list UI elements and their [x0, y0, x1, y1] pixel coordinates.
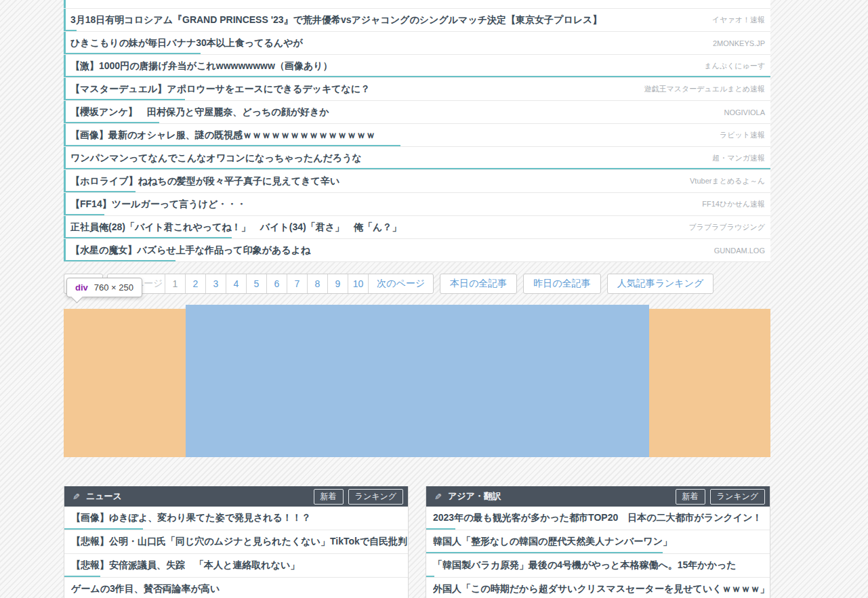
article-title: 「韓国製バラカ原発」最後の4号機がやっと本格稼働へ。15年かかった: [433, 559, 770, 572]
list-item[interactable]: 【水星の魔女】バズらせ上手な作品って印象があるよね GUNDAM.LOG: [64, 239, 770, 262]
list-item-partial[interactable]: [64, 0, 770, 9]
pagination-page-10[interactable]: 10: [348, 274, 369, 293]
pagination-page-8[interactable]: 8: [308, 274, 328, 293]
pencil-icon: ✎: [434, 492, 442, 502]
article-title: 3月18日有明コロシアム『GRAND PRINCESS '23』で荒井優希vsア…: [70, 14, 705, 26]
underline-accent: [64, 214, 104, 215]
devtools-size-tooltip: div 760 × 250: [66, 278, 142, 297]
yesterdays-all-articles-button[interactable]: 昨日の全記事: [523, 274, 600, 294]
teal-accent-bar: [64, 147, 66, 169]
list-item[interactable]: 2023年の最も観光客が多かった都市TOP20 日本の二大都市がランクイン！: [426, 507, 770, 530]
list-item[interactable]: 【悲報】公明・山口氏「同じ穴のムジナと見られたくない」TikTokで自民批判: [64, 530, 408, 554]
list-item[interactable]: 【櫻坂アンケ】 田村保乃と守屋麗奈、どっちの顔が好きか NOGIVIOLA: [64, 101, 770, 124]
list-item[interactable]: 【悲報】安倍派議員、失踪 「本人と連絡取れない」: [64, 554, 408, 578]
section-title: アジア・翻訳: [448, 490, 501, 503]
list-item[interactable]: 正社員俺(28)「バイト君これやってね！」 バイト(34)「君さ」 俺「ん？」 …: [64, 216, 770, 239]
teal-accent-bar: [64, 101, 66, 123]
teal-accent-bar: [64, 239, 66, 261]
news-section: ✎ ニュース 新着 ランキング 【画像】ゆきぽよ、変わり果てた姿で発見される！！…: [64, 486, 409, 598]
new-arrivals-button[interactable]: 新着: [676, 489, 705, 505]
teal-accent-bar: [64, 78, 66, 100]
article-source: GUNDAM.LOG: [707, 247, 770, 255]
underline-accent: [64, 122, 159, 123]
list-item[interactable]: 3月18日有明コロシアム『GRAND PRINCESS '23』で荒井優希vsア…: [64, 9, 770, 32]
article-title: ワンパンマンってなんでこんなオワコンになっちゃったんだろうな: [70, 152, 705, 165]
pagination-page-1[interactable]: 1: [165, 274, 186, 293]
article-title: 【水星の魔女】バズらせ上手な作品って印象があるよね: [70, 244, 707, 257]
article-source: 超・マンガ速報: [705, 153, 770, 163]
ranking-button[interactable]: ランキング: [348, 489, 403, 505]
list-item[interactable]: 【ホロライブ】ねねちの髪型が段々平子真子に見えてきて辛い Vtuberまとめるよ…: [64, 170, 770, 193]
underline-accent: [64, 168, 770, 169]
list-item[interactable]: 【マスターデュエル】アポロウーサをエースにできるデッキてなに？ 遊戯王マスターデ…: [64, 78, 770, 101]
list-item[interactable]: 外国人「この時期だから超ダサいクリスマスセーターを見せていくｗｗｗｗ」: [426, 578, 770, 598]
article-title: 【櫻坂アンケ】 田村保乃と守屋麗奈、どっちの顔が好きか: [70, 106, 717, 119]
pagination-page-6[interactable]: 6: [267, 274, 287, 293]
article-title: ゲームの3作目、賛否両論率が高い: [71, 583, 408, 595]
list-item[interactable]: ゲームの3作目、賛否両論率が高い: [64, 578, 408, 598]
list-item[interactable]: 【FF14】ツールガーって言うけど・・・ FF14ひかせん速報: [64, 193, 770, 216]
teal-accent-bar: [64, 193, 66, 215]
article-title: ひきこもりの妹が毎日バナナ30本以上食ってるんやが: [70, 37, 706, 49]
article-source: まんぷくにゅーす: [697, 61, 770, 71]
article-source: ラビット速報: [713, 130, 770, 140]
teal-accent-bar: [64, 32, 66, 54]
asia-translation-section: ✎ アジア・翻訳 新着 ランキング 2023年の最も観光客が多かった都市TOP2…: [426, 486, 770, 598]
underline-accent: [64, 528, 143, 530]
section-title: ニュース: [86, 490, 122, 503]
article-title: 【マスターデュエル】アポロウーサをエースにできるデッキてなに？: [70, 83, 637, 95]
article-list: 3月18日有明コロシアム『GRAND PRINCESS '23』で荒井優希vsア…: [64, 0, 770, 262]
article-source: イヤァオ！速報: [705, 15, 770, 25]
article-title: 正社員俺(28)「バイト君これやってね！」 バイト(34)「君さ」 俺「ん？」: [70, 221, 682, 234]
article-title: 【悲報】安倍派議員、失踪 「本人と連絡取れない」: [71, 559, 408, 572]
asia-translation-section-header: ✎ アジア・翻訳 新着 ランキング: [426, 486, 770, 507]
underline-accent: [426, 576, 434, 577]
pagination-bar: «前のページ 1 2 3 4 5 6 7 8 9 10 次のページ 本日の全記事…: [64, 274, 714, 294]
article-title: 【激】1000円の唐揚げ弁当がこれwwwwwwww（画像あり）: [70, 60, 697, 72]
list-item[interactable]: 【画像】最新のオシャレ服、謎の既視感ｗｗｗｗｗｗｗｗｗｗｗｗｗｗ ラビット速報: [64, 124, 770, 147]
article-source: Vtuberまとめるよ～ん: [683, 176, 770, 186]
new-arrivals-button[interactable]: 新着: [314, 489, 344, 505]
pagination-page-2[interactable]: 2: [186, 274, 206, 293]
pagination-page-4[interactable]: 4: [226, 274, 247, 293]
article-source: 遊戯王マスターデュエルまとめ速報: [637, 84, 770, 94]
article-title: 外国人「この時期だから超ダサいクリスマスセーターを見せていくｗｗｗｗ」: [433, 583, 770, 595]
teal-accent-bar: [64, 9, 66, 31]
underline-accent: [426, 552, 663, 553]
teal-accent-bar: [64, 124, 66, 146]
pagination-page-5[interactable]: 5: [247, 274, 267, 293]
news-section-header: ✎ ニュース 新着 ランキング: [64, 486, 408, 507]
article-title: 【画像】ゆきぽよ、変わり果てた姿で発見される！！？: [71, 512, 408, 524]
list-item[interactable]: 「韓国製バラカ原発」最後の4号機がやっと本格稼働へ。15年かかった: [426, 554, 770, 578]
ranking-button[interactable]: ランキング: [710, 489, 765, 505]
article-title: 【悲報】公明・山口氏「同じ穴のムジナと見られたくない」TikTokで自民批判: [71, 536, 408, 548]
underline-accent: [64, 191, 136, 192]
underline-accent: [426, 528, 455, 530]
article-source: NOGIVIOLA: [717, 108, 770, 116]
article-title: 2023年の最も観光客が多かった都市TOP20 日本の二大都市がランクイン！: [433, 512, 770, 524]
pagination-page-3[interactable]: 3: [206, 274, 226, 293]
list-item[interactable]: 韓国人「整形なしの韓国の歴代天然美人ナンバーワン」: [426, 530, 770, 554]
underline-accent: [64, 237, 232, 238]
pagination-page-9[interactable]: 9: [328, 274, 348, 293]
pagination-next[interactable]: 次のページ: [369, 274, 433, 293]
tooltip-element-dimensions: 760 × 250: [94, 282, 133, 293]
list-item[interactable]: ワンパンマンってなんでこんなオワコンになっちゃったんだろうな 超・マンガ速報: [64, 147, 770, 170]
article-title: 韓国人「整形なしの韓国の歴代天然美人ナンバーワン」: [433, 536, 770, 548]
popular-ranking-button[interactable]: 人気記事ランキング: [607, 274, 714, 294]
underline-accent: [64, 260, 175, 261]
pagination-group: «前のページ 1 2 3 4 5 6 7 8 9 10 次のページ: [107, 274, 434, 294]
article-title: 【画像】最新のオシャレ服、謎の既視感ｗｗｗｗｗｗｗｗｗｗｗｗｗｗ: [70, 129, 713, 142]
underline-accent: [64, 99, 185, 100]
list-item[interactable]: 【画像】ゆきぽよ、変わり果てた姿で発見される！！？: [64, 507, 408, 530]
article-source: 2MONKEYS.JP: [706, 39, 770, 47]
underline-accent: [64, 53, 201, 54]
pagination-page-7[interactable]: 7: [287, 274, 308, 293]
page-background: { "colors": { "accent_teal": "#68c1c6", …: [0, 0, 868, 598]
underline-accent: [64, 76, 770, 77]
list-item[interactable]: ひきこもりの妹が毎日バナナ30本以上食ってるんやが 2MONKEYS.JP: [64, 32, 770, 55]
article-source: FF14ひかせん速報: [695, 199, 770, 209]
list-item[interactable]: 【激】1000円の唐揚げ弁当がこれwwwwwwww（画像あり） まんぷくにゅーす: [64, 55, 770, 78]
todays-all-articles-button[interactable]: 本日の全記事: [440, 274, 517, 294]
article-title: 【ホロライブ】ねねちの髪型が段々平子真子に見えてきて辛い: [70, 175, 683, 188]
